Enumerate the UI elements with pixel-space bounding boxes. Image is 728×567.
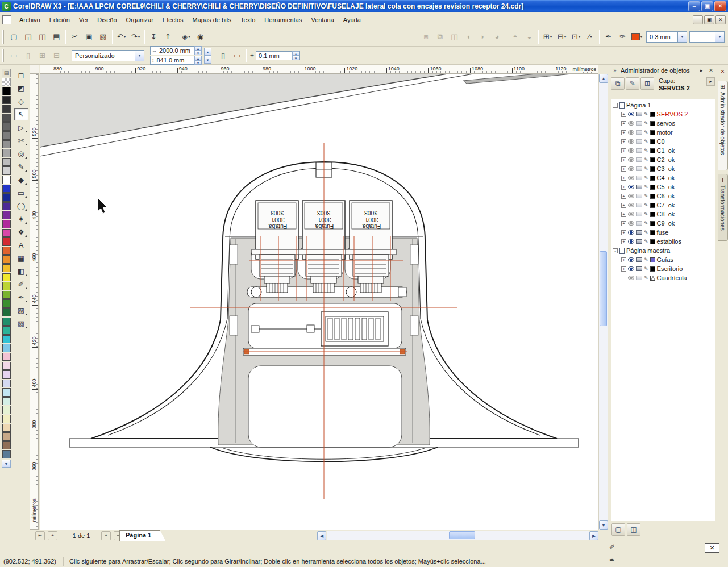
palette-color-36[interactable] bbox=[2, 406, 11, 414]
visibility-eye-icon[interactable] bbox=[628, 121, 634, 126]
save-button[interactable]: ◫ bbox=[35, 30, 49, 44]
application-launcher-button[interactable]: ◈▾ bbox=[179, 30, 193, 44]
canvas-drawing[interactable]: Futaba 3001 3003 Futaba 3001 3003 Futaba bbox=[40, 74, 598, 530]
polygon-tool[interactable]: ✶ bbox=[14, 212, 28, 225]
menu-efectos[interactable]: Efectos bbox=[158, 14, 188, 26]
vertical-ruler[interactable]: milímetros 520500480460440420400380360 bbox=[30, 74, 39, 530]
doc-close-button[interactable]: ✕ bbox=[715, 15, 726, 24]
fill-color-button[interactable]: ▾ bbox=[630, 30, 644, 44]
palette-color-23[interactable] bbox=[2, 291, 11, 299]
palette-color-19[interactable] bbox=[2, 255, 11, 264]
printer-icon[interactable] bbox=[636, 230, 642, 235]
paper-type-combo[interactable]: Personalizado ▼ bbox=[72, 50, 144, 61]
tree-expand-icon[interactable]: + bbox=[621, 212, 626, 217]
printer-icon[interactable] bbox=[636, 130, 642, 135]
visibility-eye-icon[interactable] bbox=[628, 130, 634, 135]
visibility-eye-icon[interactable] bbox=[628, 266, 634, 271]
printer-icon[interactable] bbox=[636, 112, 642, 116]
tree-expand-icon[interactable]: + bbox=[621, 266, 626, 272]
printer-icon[interactable] bbox=[636, 221, 642, 226]
close-button[interactable]: ✕ bbox=[714, 1, 726, 11]
pencil-icon[interactable]: ✎ bbox=[644, 185, 648, 190]
pencil-icon[interactable]: ✎ bbox=[644, 230, 648, 235]
pencil-icon[interactable]: ✎ bbox=[644, 130, 648, 135]
tree-expand-icon[interactable]: + bbox=[621, 121, 626, 126]
palette-color-27[interactable] bbox=[2, 326, 11, 335]
palette-color-14[interactable] bbox=[2, 211, 11, 219]
scroll-right-button[interactable]: ▶ bbox=[589, 531, 598, 540]
palette-color-24[interactable] bbox=[2, 299, 11, 308]
docker-close-button[interactable]: ✕ bbox=[707, 66, 715, 74]
dropdown-arrow-icon[interactable]: ▾ bbox=[590, 35, 592, 39]
menu-archivo[interactable]: Archivo bbox=[15, 14, 45, 26]
vertical-scrollbar[interactable]: ▲ ▼ bbox=[598, 74, 608, 530]
tree-expand-icon[interactable]: + bbox=[621, 203, 626, 208]
palette-color-34[interactable] bbox=[2, 388, 11, 397]
outline-pen-tool[interactable]: ✒ bbox=[14, 291, 28, 303]
palette-color-9[interactable] bbox=[2, 166, 11, 175]
palette-color-33[interactable] bbox=[2, 380, 11, 388]
pencil-icon[interactable]: ✎ bbox=[644, 166, 648, 172]
visibility-eye-icon[interactable] bbox=[628, 166, 634, 171]
pencil-icon[interactable]: ✎ bbox=[644, 221, 648, 226]
basic-shapes-tool[interactable]: ❖ bbox=[14, 226, 28, 238]
import-button[interactable]: ↧ bbox=[147, 30, 161, 44]
visibility-eye-icon[interactable] bbox=[628, 212, 634, 216]
layer-row[interactable]: +✎C9 ok bbox=[621, 219, 714, 228]
layer-row[interactable]: +✎servos bbox=[621, 119, 714, 128]
dropdown-arrow-icon[interactable]: ▾ bbox=[188, 35, 190, 39]
palette-color-25[interactable] bbox=[2, 308, 11, 317]
visibility-eye-icon[interactable] bbox=[628, 221, 634, 226]
printer-icon[interactable] bbox=[636, 185, 642, 189]
tool-extra-2[interactable]: ◩ bbox=[14, 82, 28, 94]
palette-color-18[interactable] bbox=[2, 247, 11, 255]
palette-color-10[interactable] bbox=[2, 176, 11, 184]
print-button[interactable]: ▤ bbox=[49, 30, 64, 44]
fill-none-indicator[interactable]: ✕ bbox=[705, 543, 719, 553]
palette-color-17[interactable] bbox=[2, 237, 11, 246]
pencil-icon[interactable]: ✎ bbox=[644, 176, 648, 181]
palette-color-30[interactable] bbox=[2, 353, 11, 361]
new-button[interactable]: ▢ bbox=[7, 30, 21, 44]
export-button[interactable]: ↥ bbox=[161, 30, 175, 44]
cut-button[interactable]: ✂ bbox=[68, 30, 82, 44]
layer-row[interactable]: +✎Escritorio bbox=[621, 264, 714, 273]
doc-restore-button[interactable]: ▣ bbox=[704, 15, 714, 24]
palette-color-31[interactable] bbox=[2, 362, 11, 370]
paper-width-field[interactable]: ↔ 2000.0 mm ▲▼ bbox=[150, 46, 202, 55]
zoom-tool[interactable]: ◎ bbox=[14, 147, 28, 160]
menu-mapas-de-bits[interactable]: Mapas de bits bbox=[188, 14, 236, 26]
palette-color-38[interactable] bbox=[2, 424, 11, 432]
ruler-origin-button[interactable] bbox=[30, 65, 39, 74]
tree-expand-icon[interactable]: + bbox=[621, 112, 626, 117]
pencil-icon[interactable]: ✎ bbox=[644, 212, 648, 217]
menu-ayuda[interactable]: Ayuda bbox=[339, 14, 365, 26]
tree-expand-icon[interactable]: + bbox=[621, 130, 626, 135]
fill-tool[interactable]: ▨ bbox=[14, 304, 28, 316]
portrait-button[interactable]: ▯ bbox=[216, 48, 230, 62]
dropdown-arrow-icon[interactable]: ▾ bbox=[564, 35, 567, 39]
interactive-fill-tool[interactable]: ▧ bbox=[14, 317, 28, 330]
docker-collapse-icon[interactable]: » bbox=[611, 66, 619, 74]
edit-across-layers-button[interactable]: ✎ bbox=[626, 77, 639, 90]
crop-tool[interactable]: ✄ bbox=[14, 134, 28, 147]
printer-icon[interactable] bbox=[636, 212, 642, 216]
redo-button[interactable]: ↷▾ bbox=[128, 30, 143, 44]
layer-row[interactable]: +✎C2 ok bbox=[621, 155, 714, 164]
menu-herramientas[interactable]: Herramientas bbox=[260, 14, 306, 26]
undo-button[interactable]: ↶▾ bbox=[114, 30, 128, 44]
outline-color-dialog-button[interactable]: ✑ bbox=[615, 30, 630, 44]
palette-color-2[interactable] bbox=[2, 105, 11, 113]
menu-ventana[interactable]: Ventana bbox=[306, 14, 338, 26]
visibility-eye-icon[interactable] bbox=[628, 176, 634, 180]
palette-color-35[interactable] bbox=[2, 397, 11, 406]
tab-object-manager[interactable]: ⊞ Administrador de objetos bbox=[718, 81, 728, 170]
freehand-tool[interactable]: ✎ bbox=[14, 160, 28, 173]
text-tool[interactable]: A bbox=[14, 239, 28, 251]
dropdown-arrow-icon[interactable]: ▾ bbox=[138, 35, 140, 39]
visibility-eye-icon[interactable] bbox=[628, 257, 634, 262]
vertical-scroll-thumb[interactable] bbox=[600, 251, 607, 326]
tree-expand-icon[interactable]: + bbox=[621, 239, 626, 244]
layer-row[interactable]: ✎Cuadrícula bbox=[621, 273, 714, 282]
printer-icon[interactable] bbox=[636, 194, 642, 198]
